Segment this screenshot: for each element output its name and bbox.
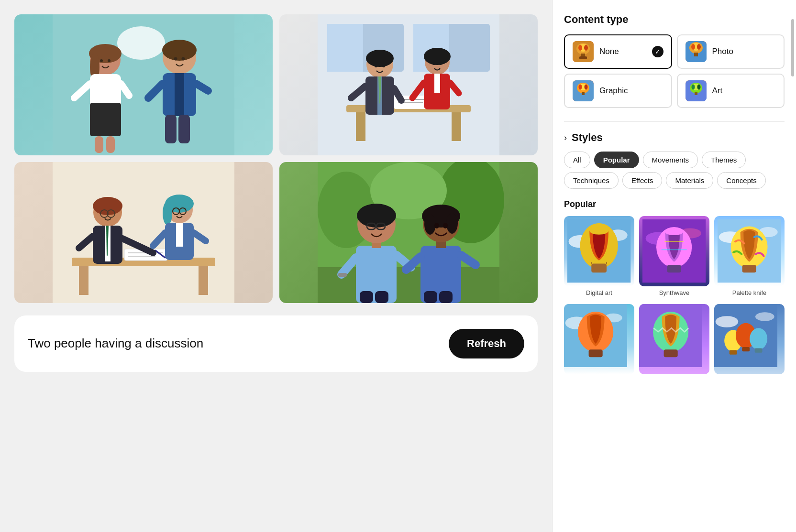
svg-rect-45 <box>434 74 440 93</box>
pill-concepts[interactable]: Concepts <box>717 172 765 189</box>
svg-point-40 <box>375 65 377 67</box>
svg-point-48 <box>432 62 435 65</box>
style-palette-knife[interactable]: Palette knife <box>714 216 785 296</box>
svg-point-126 <box>585 85 588 90</box>
popular-label: Popular <box>564 199 785 209</box>
svg-rect-108 <box>439 291 453 303</box>
digital-art-thumb <box>564 216 634 286</box>
content-type-grid: None ✓ Photo Graphic Art <box>564 34 785 108</box>
row2-3-thumb <box>714 304 785 374</box>
style-digital-art[interactable]: Digital art <box>564 216 634 296</box>
row2-1-thumb <box>564 304 634 374</box>
svg-point-12 <box>108 59 111 62</box>
svg-point-41 <box>382 65 385 67</box>
style-thumbnails-row2 <box>564 304 785 377</box>
svg-point-146 <box>665 229 683 235</box>
pill-materials[interactable]: Materials <box>666 172 713 189</box>
pill-movements[interactable]: Movements <box>643 152 698 168</box>
pill-techniques[interactable]: Techniques <box>564 172 619 189</box>
left-panel: Two people having a discussion Refresh <box>0 0 552 532</box>
style-pills: All Popular Movements Themes Techniques … <box>564 152 785 189</box>
svg-point-168 <box>750 328 767 349</box>
svg-point-21 <box>174 57 177 61</box>
svg-rect-162 <box>664 349 678 357</box>
synthwave-thumb <box>639 216 709 286</box>
svg-rect-94 <box>338 273 347 277</box>
svg-rect-10 <box>106 136 115 153</box>
svg-rect-52 <box>79 266 88 295</box>
row2-2-thumb <box>639 304 709 374</box>
scrollbar-track[interactable] <box>791 0 794 532</box>
svg-point-165 <box>755 312 774 321</box>
illustration-1 <box>14 14 273 155</box>
pill-all[interactable]: All <box>564 152 590 168</box>
svg-rect-26 <box>327 24 363 72</box>
photo-thumb <box>685 41 707 62</box>
content-type-photo[interactable]: Photo <box>677 34 785 69</box>
svg-point-35 <box>366 50 394 67</box>
svg-rect-18 <box>178 115 190 143</box>
pill-popular[interactable]: Popular <box>594 152 639 168</box>
illustration-2 <box>279 14 538 155</box>
right-panel: Content type None ✓ Photo Graphic <box>552 0 796 532</box>
image-cell-4[interactable] <box>279 162 538 303</box>
styles-header[interactable]: › Styles <box>564 131 785 144</box>
scrollbar-thumb[interactable] <box>791 19 794 76</box>
svg-rect-16 <box>175 73 184 116</box>
palette-knife-thumb <box>714 216 785 286</box>
svg-point-1 <box>117 26 165 60</box>
image-grid <box>14 14 538 303</box>
content-type-art[interactable]: Art <box>677 74 785 108</box>
svg-rect-127 <box>582 92 585 95</box>
svg-rect-9 <box>95 136 103 153</box>
svg-rect-30 <box>452 112 461 141</box>
graphic-thumb <box>573 80 594 101</box>
svg-point-119 <box>691 44 695 50</box>
svg-point-11 <box>100 59 103 62</box>
style-row2-3[interactable] <box>714 304 785 377</box>
svg-rect-171 <box>755 348 763 353</box>
svg-rect-115 <box>579 56 587 59</box>
svg-point-120 <box>697 44 701 50</box>
style-synthwave[interactable]: Synthwave <box>639 216 709 296</box>
photo-label: Photo <box>712 47 733 56</box>
svg-rect-154 <box>742 265 756 273</box>
svg-rect-96 <box>375 291 388 303</box>
image-cell-3[interactable] <box>14 162 273 303</box>
prompt-box: Two people having a discussion Refresh <box>14 315 538 372</box>
image-cell-2[interactable] <box>279 14 538 155</box>
refresh-button[interactable]: Refresh <box>449 329 524 358</box>
content-type-none[interactable]: None ✓ <box>564 34 672 69</box>
svg-rect-53 <box>199 266 208 295</box>
svg-rect-17 <box>165 115 177 143</box>
style-thumbnails-row1: Digital art <box>564 216 785 296</box>
style-row2-1[interactable] <box>564 304 634 377</box>
image-cell-1[interactable] <box>14 14 273 155</box>
svg-point-102 <box>446 213 458 234</box>
check-icon: ✓ <box>652 46 663 57</box>
svg-point-49 <box>439 62 442 65</box>
art-thumb <box>685 80 707 101</box>
svg-point-112 <box>578 45 582 51</box>
art-label: Art <box>712 86 723 96</box>
pill-effects[interactable]: Effects <box>622 172 663 189</box>
svg-point-101 <box>424 214 436 235</box>
svg-rect-71 <box>176 223 183 247</box>
svg-rect-169 <box>730 350 737 355</box>
svg-point-125 <box>579 85 582 90</box>
content-type-graphic[interactable]: Graphic <box>564 74 672 108</box>
svg-point-103 <box>434 223 439 228</box>
graphic-label: Graphic <box>599 86 628 96</box>
svg-point-43 <box>424 48 451 65</box>
synthwave-label: Synthwave <box>659 289 690 296</box>
svg-rect-159 <box>589 349 603 357</box>
palette-knife-label: Palette knife <box>732 289 767 296</box>
none-label: None <box>599 47 619 56</box>
style-row2-2[interactable] <box>639 304 709 377</box>
svg-point-22 <box>182 57 185 61</box>
svg-rect-107 <box>424 291 437 303</box>
svg-point-138 <box>590 227 609 235</box>
pill-themes[interactable]: Themes <box>702 152 746 168</box>
svg-point-69 <box>163 201 172 225</box>
svg-rect-121 <box>694 53 698 56</box>
